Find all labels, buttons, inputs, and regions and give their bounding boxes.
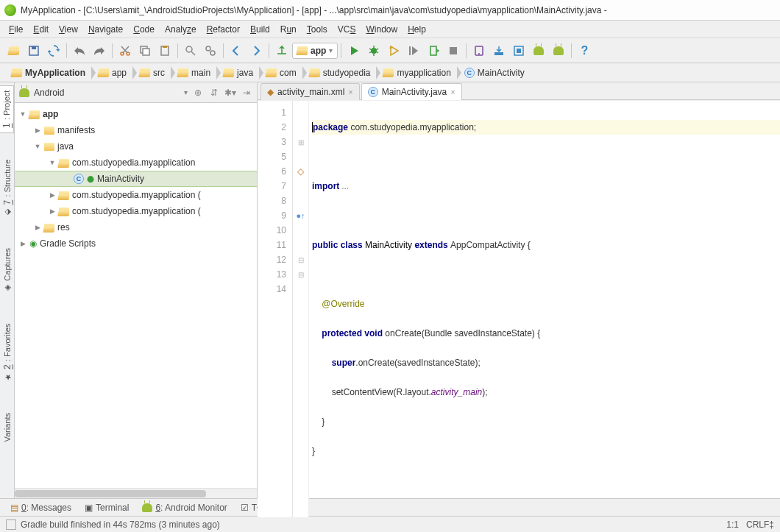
gear-icon[interactable]: ✱▾ xyxy=(224,87,236,99)
breadcrumb[interactable]: myapplication xyxy=(376,65,456,81)
replace-button[interactable] xyxy=(201,41,220,60)
menu-build[interactable]: Build xyxy=(246,23,274,36)
toolwindow-android-monitor[interactable]: 6: Android Monitor xyxy=(138,501,231,514)
view-selector[interactable]: Android xyxy=(34,88,180,98)
editor-tab-bar: ◆ activity_main.xml × C MainActivity.jav… xyxy=(258,82,780,100)
panel-scrollbar[interactable] xyxy=(15,488,257,498)
run-config-selector[interactable]: app ▾ xyxy=(292,43,338,59)
sync-button[interactable] xyxy=(44,41,63,60)
collapse-icon[interactable]: ⇵ xyxy=(208,87,220,99)
menu-edit[interactable]: Edit xyxy=(29,23,53,36)
tree-row-package[interactable]: ▼com.studyopedia.myapplication xyxy=(15,155,257,171)
menu-analyze[interactable]: Analyze xyxy=(160,23,201,36)
help-button[interactable]: ? xyxy=(575,41,594,60)
svg-rect-18 xyxy=(494,52,503,55)
stop-button[interactable] xyxy=(444,41,463,60)
device-file-explorer-button[interactable] xyxy=(529,41,548,60)
avd-manager-button[interactable] xyxy=(469,41,489,60)
menu-help[interactable]: Help xyxy=(403,23,430,36)
toolwindow-project[interactable]: 1: Project xyxy=(0,85,14,133)
toolwindow-terminal[interactable]: ▣Terminal xyxy=(80,501,133,514)
project-tree[interactable]: ▼app ▶manifests ▼java ▼com.studyopedia.m… xyxy=(15,103,257,488)
editor-tab-mainactivity[interactable]: C MainActivity.java × xyxy=(361,83,462,100)
apply-changes-button[interactable] xyxy=(424,41,443,60)
fold-icon[interactable]: ⊞ xyxy=(293,135,308,149)
breadcrumb[interactable]: src xyxy=(132,65,171,81)
close-icon[interactable]: × xyxy=(348,88,352,96)
toolwindow-captures[interactable]: ◈ Captures xyxy=(1,244,13,297)
caret-position[interactable]: 1:1 xyxy=(726,519,739,530)
breadcrumb[interactable]: com xyxy=(259,65,302,81)
breadcrumb[interactable]: MyApplication xyxy=(4,65,91,81)
paste-button[interactable] xyxy=(155,41,174,60)
make-button[interactable] xyxy=(272,41,291,60)
toolwindow-messages[interactable]: ▤0: Messages xyxy=(6,501,76,514)
expand-icon[interactable]: ▶ xyxy=(19,240,26,247)
menu-window[interactable]: Window xyxy=(361,23,402,36)
expand-icon[interactable]: ▼ xyxy=(19,110,26,118)
chevron-down-icon[interactable]: ▾ xyxy=(184,88,188,96)
menu-vcs[interactable]: VCS xyxy=(333,23,361,36)
undo-button[interactable] xyxy=(70,41,89,60)
toolwindow-favorites[interactable]: ★ 2: Favorites xyxy=(1,319,14,386)
tree-label: java xyxy=(57,141,74,152)
sdk-manager-button[interactable] xyxy=(489,41,508,60)
toolwindow-variants[interactable]: Variants xyxy=(1,408,13,447)
tree-row-app[interactable]: ▼app xyxy=(15,106,257,122)
breadcrumb[interactable]: app xyxy=(91,65,132,81)
menu-tools[interactable]: Tools xyxy=(302,23,332,36)
code-editor[interactable]: 1 2 3 5 6 7 8 9 10 11 12 13 14 ⊞ ◇ ●↑ xyxy=(258,101,780,517)
breadcrumb[interactable]: main xyxy=(171,65,216,81)
menu-code[interactable]: Code xyxy=(129,23,159,36)
run-button[interactable] xyxy=(344,41,364,60)
back-button[interactable] xyxy=(227,41,246,60)
tree-row-manifests[interactable]: ▶manifests xyxy=(15,122,257,138)
expand-icon[interactable]: ▼ xyxy=(34,143,41,150)
find-button[interactable] xyxy=(181,41,200,60)
menu-navigate[interactable]: Navigate xyxy=(84,23,127,36)
open-button[interactable] xyxy=(4,41,24,60)
debug-button[interactable] xyxy=(364,41,383,60)
override-marker-icon[interactable]: ●↑ xyxy=(296,211,305,220)
svg-point-17 xyxy=(478,53,480,54)
redo-button[interactable] xyxy=(90,41,109,60)
breadcrumb[interactable]: CMainActivity xyxy=(457,65,531,81)
fold-icon[interactable]: ⊟ xyxy=(293,252,308,267)
menu-file[interactable]: File xyxy=(4,23,27,36)
svg-point-12 xyxy=(390,46,392,49)
status-icon[interactable] xyxy=(6,519,16,530)
menu-refactor[interactable]: Refactor xyxy=(202,23,244,36)
menu-view[interactable]: View xyxy=(54,23,82,36)
breadcrumb[interactable]: studyopedia xyxy=(302,65,377,81)
tree-row-mainactivity[interactable]: C⬤MainActivity xyxy=(15,171,257,187)
scroll-from-source-icon[interactable]: ⊕ xyxy=(192,87,204,99)
hide-icon[interactable]: ⇥ xyxy=(241,87,252,99)
expand-icon[interactable]: ▶ xyxy=(34,127,41,134)
expand-icon[interactable]: ▶ xyxy=(49,191,56,199)
code-content[interactable]: package com.studyopedia.myapplication; i… xyxy=(309,101,780,517)
scrollbar-thumb[interactable] xyxy=(15,490,206,497)
menu-run[interactable]: Run xyxy=(276,23,301,36)
expand-icon[interactable]: ▶ xyxy=(49,208,56,215)
close-icon[interactable]: × xyxy=(450,88,455,96)
copy-button[interactable] xyxy=(135,41,155,60)
cut-button[interactable] xyxy=(116,41,135,60)
tree-row-res[interactable]: ▶res xyxy=(15,219,257,235)
editor-tab-activity-main[interactable]: ◆ activity_main.xml × xyxy=(260,83,360,100)
toolwindow-structure[interactable]: ⬖ 7: Structure xyxy=(1,155,14,221)
forward-button[interactable] xyxy=(247,41,266,60)
firebase-button[interactable] xyxy=(549,41,568,60)
attach-debugger-button[interactable] xyxy=(404,41,423,60)
expand-icon[interactable]: ▼ xyxy=(49,159,56,166)
save-button[interactable] xyxy=(24,41,43,60)
line-separator[interactable]: CRLF‡ xyxy=(746,519,774,530)
tree-row-package-androidtest[interactable]: ▶com.studyopedia.myapplication ( xyxy=(15,203,257,219)
breadcrumb[interactable]: java xyxy=(216,65,259,81)
tree-row-package-test[interactable]: ▶com.studyopedia.myapplication ( xyxy=(15,187,257,203)
fold-icon[interactable]: ⊟ xyxy=(293,267,308,282)
profile-button[interactable] xyxy=(384,41,403,60)
tree-row-gradle[interactable]: ▶◉Gradle Scripts xyxy=(15,235,257,252)
expand-icon[interactable]: ▶ xyxy=(34,224,41,231)
layout-inspector-button[interactable] xyxy=(509,41,528,60)
tree-row-java[interactable]: ▼java xyxy=(15,138,257,155)
